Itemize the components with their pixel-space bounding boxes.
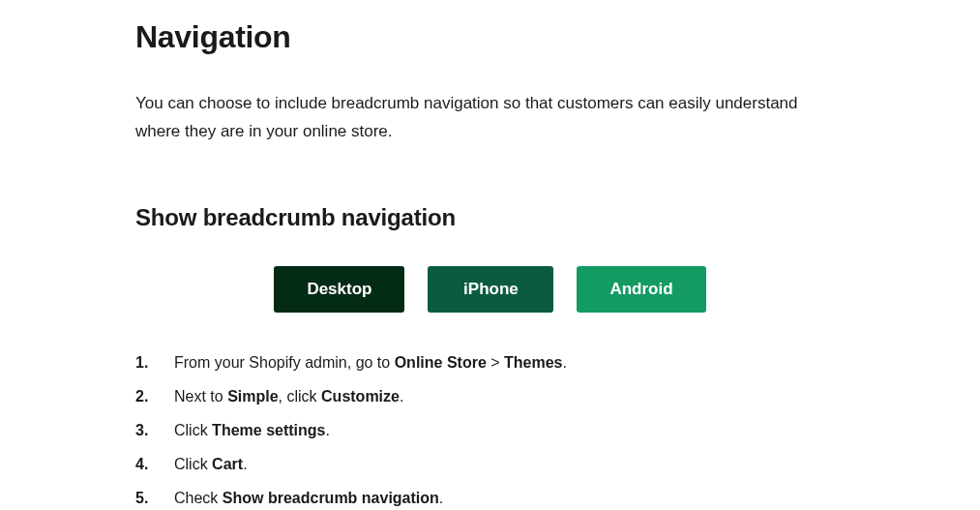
step-number: 4 [135, 453, 174, 476]
step-bold-text: Online Store [395, 354, 487, 371]
tab-desktop[interactable]: Desktop [274, 266, 404, 313]
step-item: 2Next to Simple, click Customize. [135, 385, 845, 408]
step-text: From your Shopify admin, go to Online St… [174, 351, 845, 375]
step-bold-text: Themes [504, 354, 562, 371]
step-bold-text: Simple [227, 388, 278, 405]
step-item: 4Click Cart. [135, 453, 845, 476]
step-bold-text: Theme settings [212, 422, 325, 438]
step-item: 3Click Theme settings. [135, 419, 845, 442]
step-number: 2 [135, 385, 174, 408]
step-bold-text: Customize [321, 388, 400, 405]
section-title: Show breadcrumb navigation [135, 204, 845, 231]
step-item: 5Check Show breadcrumb navigation. [135, 487, 845, 510]
step-bold-text: Cart [212, 456, 243, 472]
step-text: Click Theme settings. [174, 419, 845, 442]
steps-list: 1From your Shopify admin, go to Online S… [135, 351, 845, 510]
step-number: 1 [135, 351, 174, 375]
step-text: Check Show breadcrumb navigation. [174, 487, 845, 510]
step-number: 3 [135, 419, 174, 442]
step-text: Click Cart. [174, 453, 845, 476]
intro-text: You can choose to include breadcrumb nav… [135, 90, 845, 146]
page-title: Navigation [135, 19, 845, 55]
tabs-container: Desktop iPhone Android [135, 266, 845, 313]
step-text: Next to Simple, click Customize. [174, 385, 845, 408]
step-bold-text: Show breadcrumb navigation [223, 490, 439, 506]
tab-android[interactable]: Android [577, 266, 705, 313]
step-item: 1From your Shopify admin, go to Online S… [135, 351, 845, 375]
tab-iphone[interactable]: iPhone [428, 266, 553, 313]
step-number: 5 [135, 487, 174, 510]
